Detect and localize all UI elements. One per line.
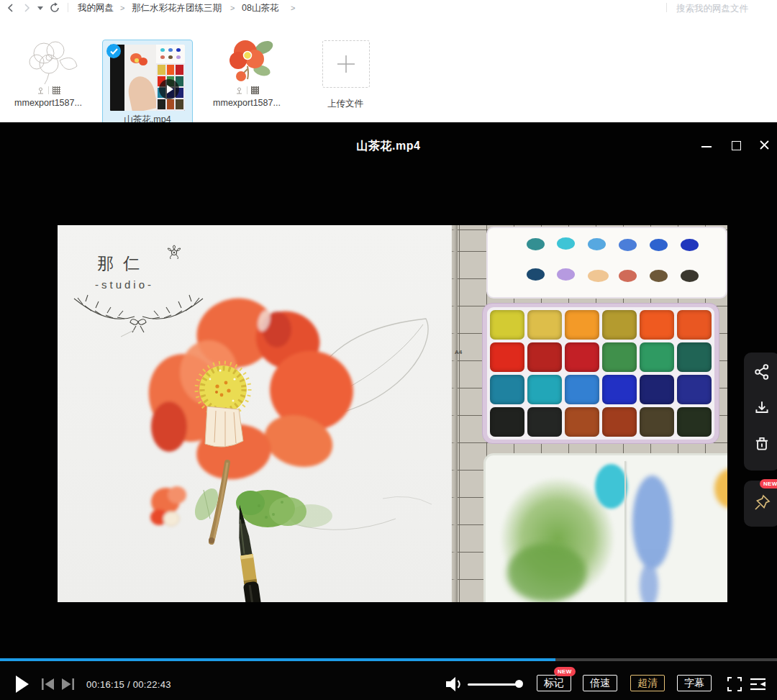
video-thumbnail [110,45,185,111]
maximize-button[interactable] [732,141,741,150]
breadcrumb-my-drive[interactable]: 我的网盘 [78,2,114,14]
flower-bud [148,484,186,526]
watermark-logo-icon [37,86,45,94]
upload-label: 上传文件 [302,98,388,110]
paint-pan [602,310,637,340]
time-display: 00:16:15 / 00:22:43 [86,679,171,690]
player-title: 山茶花.mp4 [0,139,777,154]
app-window: 我的网盘 > 那仁水彩花卉团练三期 > 08山茶花 > [0,0,777,700]
paint-pan [602,375,637,404]
paint-pan [527,407,562,437]
paint-pan [677,407,712,437]
playlist-icon[interactable] [750,678,766,691]
back-icon[interactable] [6,3,16,13]
speed-button[interactable]: 倍速 [583,675,617,691]
green-wash-dark [507,543,586,602]
flower-base [205,406,243,447]
file-label: mmexport1587... [204,98,290,108]
volume-knob[interactable] [515,680,523,688]
paint-pan [640,375,674,404]
paint-pan [602,407,637,437]
fullscreen-icon[interactable] [727,677,742,691]
paint-swatch [650,239,668,251]
paint-pan [565,407,599,437]
thumbnail-watermark [19,86,77,94]
blue-wash-tail [640,563,658,602]
watermark-qr-icon [53,86,60,94]
paint-pan-grid [487,307,714,440]
breadcrumb-current-folder[interactable]: 08山茶花 [242,2,278,14]
mat-size-label: A4 [455,349,462,355]
file-item-painting[interactable]: mmexport1587... [204,23,290,117]
volume-slider[interactable] [468,683,519,686]
breadcrumb-separator: > [291,2,295,14]
paint-swatch [588,238,606,250]
paint-swatch [619,239,637,251]
file-item-video-selected[interactable]: 山茶花.mp4 [102,40,193,130]
file-label: mmexport1587... [5,98,91,108]
pin-icon[interactable] [753,494,771,512]
paint-swatch [681,270,699,282]
paint-pan [602,342,637,372]
thumb-palette [156,45,185,111]
upload-dropzone[interactable] [322,40,370,88]
paint-pan [640,310,674,340]
share-icon[interactable] [753,363,771,381]
next-button[interactable] [61,678,74,690]
paint-swatch [681,239,699,251]
history-dropdown-caret[interactable] [37,6,43,13]
paint-pan [565,375,599,404]
video-player-window: 山茶花.mp4 A4 [0,122,777,700]
watermark-qr-icon [251,86,259,94]
cyan-wash [595,464,627,509]
download-icon[interactable] [753,399,771,417]
refresh-icon[interactable] [49,2,60,14]
close-button[interactable] [759,140,770,150]
mixing-tray [483,453,727,602]
divider [666,3,667,12]
paint-pan [527,342,562,372]
breadcrumb-separator: > [120,2,124,14]
paint-pan [677,310,712,340]
player-control-bar: 00:16:15 / 00:22:43 标记 NEW 倍速 超清 字幕 [0,661,777,700]
paint-pan [677,375,712,404]
previous-button[interactable] [42,678,55,690]
paint-pan [640,407,674,437]
paint-swatch [557,268,575,281]
sketch-thumbnail [15,30,81,86]
paint-swatch [619,270,637,282]
play-button[interactable] [16,676,29,693]
watermark-logo-icon [235,86,243,94]
blue-wash [632,476,672,569]
mark-button[interactable]: 标记 [537,675,571,691]
delete-icon[interactable] [753,435,771,453]
quality-button[interactable]: 超清 [630,675,665,691]
palette-lid [486,227,727,299]
paint-swatch [650,270,668,282]
paint-pan [640,342,674,372]
video-surface[interactable]: A4 [58,225,727,602]
paint-pan [677,342,712,372]
flower-petals [137,289,360,483]
divider [48,86,49,94]
upload-file-button[interactable]: 上传文件 [302,23,388,117]
file-item-sketch[interactable]: mmexport1587... [5,23,91,117]
minimize-button[interactable] [701,146,712,147]
file-grid: mmexport1587... [0,16,777,122]
paint-swatch [527,268,545,281]
paint-pan [565,310,599,340]
search-input[interactable] [675,1,774,16]
play-overlay-icon [159,79,179,99]
breadcrumb-folder[interactable]: 那仁水彩花卉团练三期 [132,2,222,14]
divider [247,86,247,94]
painting-thumbnail [214,29,280,86]
top-navigation-bar: 我的网盘 > 那仁水彩花卉团练三期 > 08山茶花 > [0,0,777,17]
paint-swatch [527,238,545,250]
paint-pan [490,375,524,404]
volume-icon[interactable] [446,677,463,691]
paint-pan [527,310,562,340]
mark-new-badge: NEW [554,667,576,676]
subtitle-button[interactable]: 字幕 [677,675,712,691]
selected-check-icon[interactable] [106,44,121,58]
forward-icon[interactable] [22,3,32,13]
